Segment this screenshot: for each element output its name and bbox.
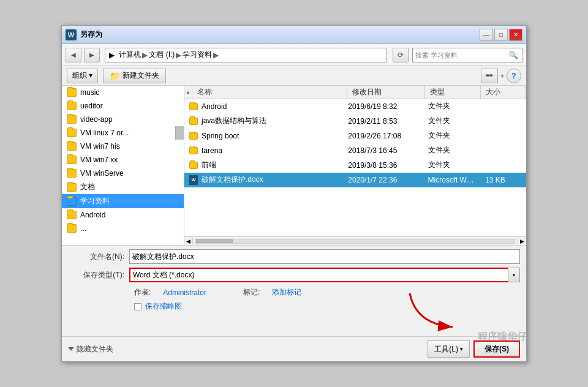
- thumbnail-checkbox[interactable]: [134, 303, 141, 310]
- file-row-android[interactable]: Android 2019/6/19 8:32 文件夹: [184, 99, 526, 114]
- horizontal-scrollbar[interactable]: ◀ ▶: [184, 236, 526, 245]
- organize-label: 组织 ▾: [72, 70, 92, 81]
- search-icon[interactable]: 🔍: [507, 48, 519, 62]
- sidebar-label-android: Android: [80, 211, 105, 219]
- folder-icon-vm-winserve: [67, 169, 77, 178]
- view-dropdown-icon[interactable]: ▾: [500, 72, 504, 80]
- folder-icon-ueditor: [67, 102, 77, 110]
- col-header-name[interactable]: 名称: [192, 86, 347, 99]
- filename-input[interactable]: [129, 249, 520, 264]
- close-button[interactable]: ✕: [509, 29, 522, 41]
- hide-folder-label: 隐藏文件夹: [77, 344, 113, 355]
- refresh-button[interactable]: ⟳: [393, 48, 409, 62]
- filetype-select[interactable]: Word 文档 (*.docx): [129, 268, 520, 282]
- help-button[interactable]: ?: [507, 69, 521, 83]
- action-buttons: 工具(L) ▾ 保存(S): [428, 340, 520, 358]
- folder-icon-study: [67, 197, 77, 206]
- sidebar-label-study: 学习资料: [80, 196, 110, 206]
- folder-icon-music: [67, 88, 77, 97]
- file-row-frontend[interactable]: 前端 2019/3/8 15:36 文件夹: [184, 158, 526, 173]
- folder-new-icon: 📁: [110, 71, 120, 81]
- back-button[interactable]: ◀: [66, 48, 81, 62]
- col-header-type[interactable]: 类型: [425, 86, 481, 99]
- folder-icon-vm-win7-xx: [67, 156, 77, 164]
- right-panel: ▲ 名称 修改日期 类型 大小: [184, 86, 526, 245]
- scroll-left-btn[interactable]: ◀: [184, 238, 193, 244]
- folder-icon-vm-win7-his: [67, 142, 77, 151]
- view-icon: ≡≡: [486, 72, 493, 79]
- file-row-java[interactable]: java数据结构与算法 2019/2/11 8:53 文件夹: [184, 114, 526, 129]
- dialog-window: W 另存为 — □ ✕ ◀ ▶ ▶ 计算机 ▶ 文档 (I:) ▶ 学习资料 ▶: [61, 25, 527, 362]
- file-name-android: Android: [184, 102, 343, 111]
- new-folder-label: 新建文件夹: [123, 70, 159, 81]
- breadcrumb-computer-label: 计算机: [119, 50, 141, 60]
- filetype-label: 保存类型(T):: [68, 270, 129, 280]
- sidebar-item-music[interactable]: music: [62, 86, 184, 99]
- file-row-tarena[interactable]: tarena 2018/7/3 16:45 文件夹: [184, 143, 526, 158]
- folder-icon-more: [67, 224, 77, 233]
- sidebar-item-vm-win7-xx[interactable]: VM win7 xx: [62, 153, 184, 167]
- main-content: music ueditor video-app VM linux 7 or...: [62, 86, 526, 245]
- hide-folder-button[interactable]: 隐藏文件夹: [68, 344, 113, 355]
- view-mode-button[interactable]: ≡≡: [481, 69, 498, 83]
- sidebar-item-more[interactable]: ...: [62, 222, 184, 235]
- sidebar-item-android[interactable]: Android: [62, 208, 184, 222]
- sidebar-label-music: music: [80, 88, 99, 97]
- sidebar-item-ueditor[interactable]: ueditor: [62, 99, 184, 113]
- sidebar-label-vm-win7-his: VM win7 his: [80, 142, 120, 151]
- sidebar-item-vm-linux[interactable]: VM linux 7 or...: [62, 126, 184, 140]
- tags-label: 标记:: [243, 287, 260, 298]
- title-bar: W 另存为 — □ ✕: [62, 26, 526, 44]
- address-bar[interactable]: ▶ 计算机 ▶ 文档 (I:) ▶ 学习资料 ▶: [105, 48, 386, 62]
- address-toolbar: ◀ ▶ ▶ 计算机 ▶ 文档 (I:) ▶ 学习资料 ▶ ⟳ 🔍: [62, 44, 526, 66]
- dialog-title: 另存为: [80, 29, 480, 40]
- red-arrow-svg: [404, 287, 477, 336]
- bottom-toolbar: 隐藏文件夹 工具(L) ▾ 保存(S): [62, 336, 526, 361]
- scroll-right-btn[interactable]: ▶: [518, 238, 526, 244]
- sidebar-item-video-app[interactable]: video-app: [62, 113, 184, 126]
- filetype-select-container: Word 文档 (*.docx) ▾: [129, 268, 520, 282]
- tools-button[interactable]: 工具(L) ▾: [428, 340, 470, 358]
- sidebar-label-docs: 文档: [80, 182, 95, 192]
- filetype-row: 保存类型(T): Word 文档 (*.docx) ▾: [68, 268, 520, 282]
- maximize-button[interactable]: □: [494, 29, 508, 41]
- save-button[interactable]: 保存(S): [473, 340, 520, 358]
- sidebar-item-vm-win7-his[interactable]: VM win7 his: [62, 140, 184, 153]
- folder-icon-frontend-file: [189, 162, 198, 169]
- search-input[interactable]: [415, 51, 507, 59]
- folder-icon-android: [67, 211, 77, 219]
- filename-label: 文件名(N):: [68, 252, 129, 262]
- breadcrumb-docs-label: 文档 (I:): [149, 50, 175, 60]
- organize-button[interactable]: 组织 ▾: [67, 69, 98, 83]
- file-list-body: Android 2019/6/19 8:32 文件夹 java数据结构与算法 2…: [184, 99, 526, 236]
- organize-toolbar: 组织 ▾ 📁 新建文件夹 ≡≡ ▾ ?: [62, 66, 526, 86]
- tags-value[interactable]: 添加标记: [272, 287, 301, 298]
- file-list-header: ▲ 名称 修改日期 类型 大小: [184, 86, 526, 99]
- scrollbar-thumb[interactable]: [196, 239, 233, 243]
- col-header-date[interactable]: 修改日期: [347, 86, 425, 99]
- sidebar-label-ueditor: ueditor: [80, 102, 103, 110]
- file-name-docx: W 破解文档保护.docx: [184, 175, 343, 185]
- file-name-frontend: 前端: [184, 160, 343, 170]
- author-value: Administrator: [163, 288, 206, 297]
- minimize-button[interactable]: —: [480, 29, 493, 41]
- sidebar-item-vm-winserve[interactable]: VM winServe: [62, 167, 184, 180]
- sidebar-label-vm-win7-xx: VM win7 xx: [80, 156, 118, 164]
- folder-icon-video-app: [67, 115, 77, 124]
- file-row-docx[interactable]: W 破解文档保护.docx 2020/1/7 22:36 Microsoft W…: [184, 173, 526, 187]
- left-panel: music ueditor video-app VM linux 7 or...: [62, 86, 184, 245]
- file-row-springboot[interactable]: Spring boot 2019/2/26 17:08 文件夹: [184, 129, 526, 143]
- author-label: 作者:: [134, 287, 151, 298]
- window-controls: — □ ✕: [480, 29, 522, 41]
- file-name-java: java数据结构与算法: [184, 116, 343, 126]
- file-name-springboot: Spring boot: [184, 132, 343, 140]
- col-header-size[interactable]: 大小: [481, 86, 526, 99]
- forward-button[interactable]: ▶: [84, 48, 100, 62]
- folder-icon-java-file: [189, 118, 198, 125]
- sidebar-item-docs[interactable]: 文档: [62, 180, 184, 194]
- filename-row: 文件名(N):: [68, 249, 520, 264]
- sidebar-item-study[interactable]: 学习资料: [62, 194, 184, 208]
- folder-icon-docs: [67, 183, 77, 192]
- new-folder-button[interactable]: 📁 新建文件夹: [103, 69, 166, 83]
- sidebar-label-vm-linux: VM linux 7 or...: [80, 129, 129, 137]
